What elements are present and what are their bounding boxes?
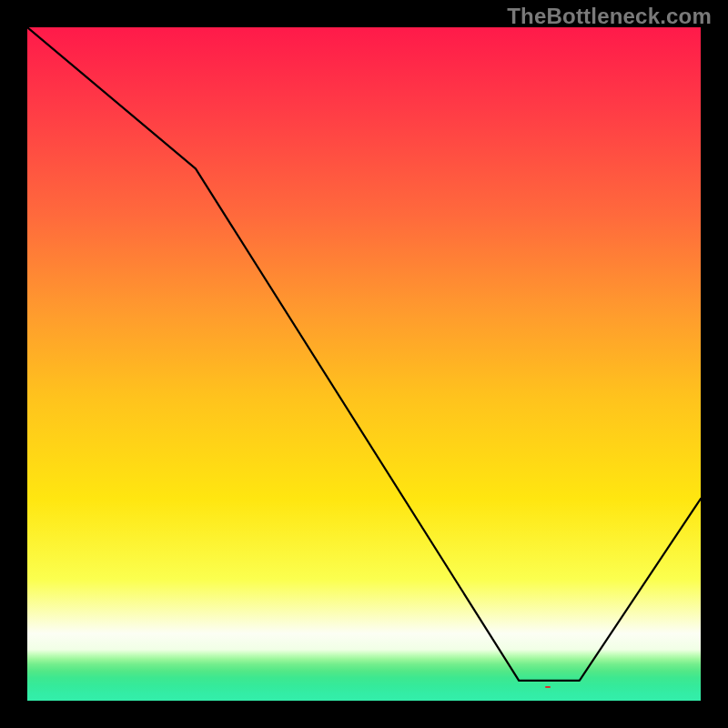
marker-wrap (511, 675, 584, 692)
chart-frame: TheBottleneck.com (0, 0, 728, 728)
bottleneck-curve (27, 27, 701, 701)
watermark-label: TheBottleneck.com (507, 4, 712, 29)
marker-label (545, 686, 551, 688)
plot-area (27, 27, 701, 701)
